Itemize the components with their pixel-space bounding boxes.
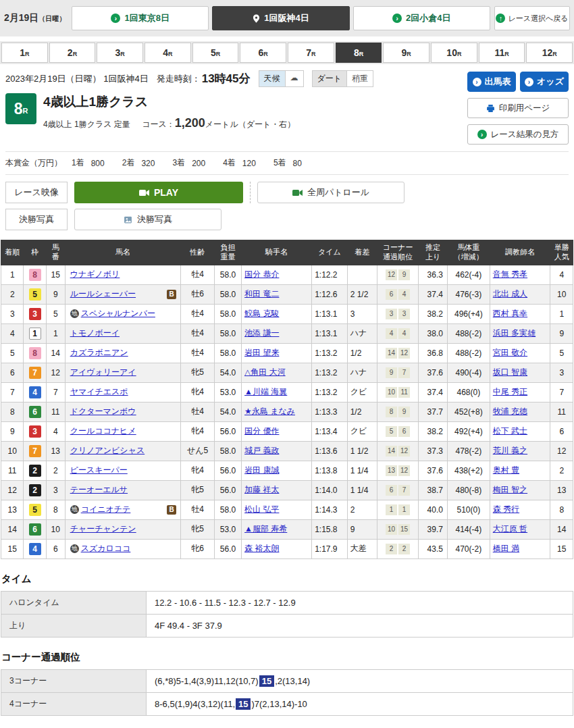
horse-name-cell: ヤマイチエスポ bbox=[65, 382, 180, 402]
trainer-link[interactable]: 梅田 智之 bbox=[493, 485, 527, 494]
print-page-button[interactable]: 印刷用ページ bbox=[467, 98, 569, 118]
trainer-link[interactable]: 荒川 義之 bbox=[493, 446, 527, 455]
race-tab-7r[interactable]: 7R bbox=[288, 43, 334, 63]
last-3f-cell: 37.6 bbox=[419, 461, 448, 480]
trainer-link[interactable]: 北出 成人 bbox=[493, 289, 527, 298]
finish-position-cell: 5 bbox=[1, 343, 24, 363]
corner-positions-cell: 129 bbox=[377, 265, 418, 284]
trainer-link[interactable]: 西村 真幸 bbox=[493, 309, 527, 318]
results-header-row: 着順枠馬 番馬名性齢負担 重量騎手名タイム着差コーナー 通過順位推定 上り馬体重… bbox=[1, 240, 573, 265]
waku-cell: 6 bbox=[24, 402, 46, 421]
back-to-race-select-button[interactable]: ↑ レース選択へ戻る bbox=[494, 6, 570, 30]
race-tab-9r[interactable]: 9R bbox=[383, 43, 429, 63]
jockey-link[interactable]: 岩田 康誠 bbox=[244, 465, 279, 475]
trainer-link[interactable]: 宮田 敬介 bbox=[493, 348, 527, 357]
jockey-link[interactable]: ▲服部 寿希 bbox=[244, 524, 287, 534]
horse-name-flex: ヤマイチエスポ bbox=[70, 386, 178, 398]
kaisai-tab-2[interactable]: 1回阪神4日 bbox=[212, 6, 349, 30]
result-row: 1358地コイニオチテB牡458.0松山 弘平1:14.321140.0510(… bbox=[1, 500, 573, 519]
trainer-link[interactable]: 中尾 秀正 bbox=[493, 387, 527, 396]
entry-table-button[interactable]: › 出馬表 bbox=[467, 72, 516, 92]
horse-name-link[interactable]: アイヴォリーアイ bbox=[70, 367, 136, 378]
race-tab-5r[interactable]: 5R bbox=[192, 43, 239, 63]
finish-photo-button[interactable]: 決勝写真 bbox=[74, 209, 221, 230]
trainer-link[interactable]: 坂口 智康 bbox=[493, 367, 527, 377]
horse-name-link[interactable]: コイニオチテ bbox=[81, 504, 131, 515]
trainer-link[interactable]: 音無 秀孝 bbox=[493, 269, 527, 279]
horse-weight-cell: 492(+4) bbox=[447, 421, 490, 441]
horse-name-link[interactable]: ルールシェーバー bbox=[70, 288, 136, 300]
horse-name-link[interactable]: チャーチャンテン bbox=[70, 523, 136, 535]
jockey-link[interactable]: 松山 弘平 bbox=[244, 504, 279, 514]
jockey-link[interactable]: 岩田 望来 bbox=[244, 348, 279, 357]
trainer-link[interactable]: 浜田 多実雄 bbox=[493, 328, 536, 338]
trainer-link[interactable]: 奥村 豊 bbox=[493, 465, 519, 475]
play-button[interactable]: PLAY bbox=[74, 182, 243, 203]
trainer-link[interactable]: 大江原 哲 bbox=[493, 524, 527, 534]
trainer-link[interactable]: 牧浦 充徳 bbox=[493, 407, 527, 416]
jockey-link[interactable]: 和田 竜二 bbox=[244, 289, 279, 298]
race-tab-6r[interactable]: 6R bbox=[240, 43, 286, 63]
jockey-link[interactable]: ▲川端 海翼 bbox=[244, 387, 287, 396]
horse-name-link[interactable]: トモノボーイ bbox=[70, 328, 120, 339]
prize-rank-label: 1着 bbox=[72, 157, 84, 169]
results-column-header: 騎手名 bbox=[242, 240, 312, 265]
time-cell: 1:12.2 bbox=[312, 265, 348, 284]
results-column-header: 枠 bbox=[24, 240, 46, 265]
sex-age-cell: 牝4 bbox=[181, 461, 215, 480]
horse-name-link[interactable]: クールココナヒメ bbox=[70, 425, 136, 437]
race-tab-4r[interactable]: 4R bbox=[145, 43, 191, 63]
corner-position-box: 3 bbox=[398, 309, 410, 319]
kaisai-tab-3[interactable]: ›2回小倉4日 bbox=[353, 6, 490, 30]
patrol-label: 全周パトロール bbox=[307, 186, 369, 199]
jockey-link[interactable]: 国分 恭介 bbox=[244, 269, 279, 279]
trainer-link[interactable]: 森 秀行 bbox=[493, 504, 519, 514]
sex-age-cell: 牝4 bbox=[181, 382, 215, 402]
patrol-video-button[interactable]: 全周パトロール bbox=[257, 182, 405, 203]
horse-name-link[interactable]: ピースキーパー bbox=[70, 465, 128, 476]
horse-name-link[interactable]: ドクターマンボウ bbox=[70, 406, 136, 417]
waku-color-badge: 4 bbox=[29, 543, 41, 555]
race-tab-11r[interactable]: 11R bbox=[479, 43, 525, 63]
race-tab-number: 3 bbox=[115, 47, 121, 58]
horse-name-link[interactable]: ウナギノボリ bbox=[70, 269, 120, 280]
finish-position-cell: 12 bbox=[1, 480, 24, 500]
waku-cell: 1 bbox=[24, 323, 46, 343]
race-tab-3r[interactable]: 3R bbox=[97, 43, 143, 63]
jockey-link[interactable]: 国分 優作 bbox=[244, 426, 279, 436]
horse-name-link[interactable]: カズラボニアン bbox=[70, 347, 128, 359]
kaisai-tab-1[interactable]: ›1回東京8日 bbox=[72, 6, 209, 30]
trainer-link[interactable]: 松下 武士 bbox=[493, 426, 527, 436]
jockey-link[interactable]: 鮫島 克駿 bbox=[244, 309, 279, 318]
horse-name-cell: クールココナヒメ bbox=[65, 421, 180, 441]
trainer-link[interactable]: 橋田 満 bbox=[493, 544, 519, 553]
jockey-link[interactable]: 池添 謙一 bbox=[244, 328, 279, 338]
corner-row-value: 8-6,5(1,9)4(3,12)(11,15)7(2,13,14)-10 bbox=[147, 692, 573, 715]
race-tab-suffix: R bbox=[120, 51, 125, 57]
odds-label: オッズ bbox=[537, 76, 564, 88]
result-row: 8611ドクターマンボウ牡454.0★永島 まなみ1:13.31/28937.7… bbox=[1, 402, 573, 421]
results-column-header: 馬名 bbox=[65, 240, 180, 265]
kaisai-tab-label: 1回阪神4日 bbox=[264, 12, 309, 24]
horse-name-link[interactable]: テーオーエルサ bbox=[70, 484, 128, 496]
race-tab-12r[interactable]: 12R bbox=[526, 43, 573, 63]
jockey-link[interactable]: △角田 大河 bbox=[244, 367, 286, 377]
horse-name-link[interactable]: ヤマイチエスポ bbox=[70, 386, 128, 398]
race-tab-8r[interactable]: 8R bbox=[336, 43, 382, 63]
horse-name-link[interactable]: スズカロココ bbox=[81, 543, 131, 554]
race-tab-10r[interactable]: 10R bbox=[431, 43, 477, 63]
jockey-link[interactable]: ★永島 まなみ bbox=[244, 407, 295, 416]
odds-button[interactable]: › オッズ bbox=[520, 72, 569, 92]
jockey-link[interactable]: 城戸 義政 bbox=[244, 446, 279, 455]
jockey-link[interactable]: 加藤 祥太 bbox=[244, 485, 279, 494]
prize-amount-value: 120 bbox=[242, 159, 256, 168]
chevron-icon: › bbox=[525, 78, 533, 86]
horse-name-link[interactable]: スペシャルナンバー bbox=[81, 308, 155, 319]
horse-weight-cell: 438(+2) bbox=[447, 461, 490, 480]
horse-name-link[interactable]: クリノアンビシャス bbox=[70, 445, 145, 457]
location-pin-icon bbox=[253, 14, 260, 23]
jockey-link[interactable]: 森 裕太朗 bbox=[244, 544, 279, 553]
result-guide-button[interactable]: › レース結果の見方 bbox=[467, 124, 569, 145]
race-tab-1r[interactable]: 1R bbox=[1, 43, 48, 63]
race-tab-2r[interactable]: 2R bbox=[49, 43, 96, 63]
